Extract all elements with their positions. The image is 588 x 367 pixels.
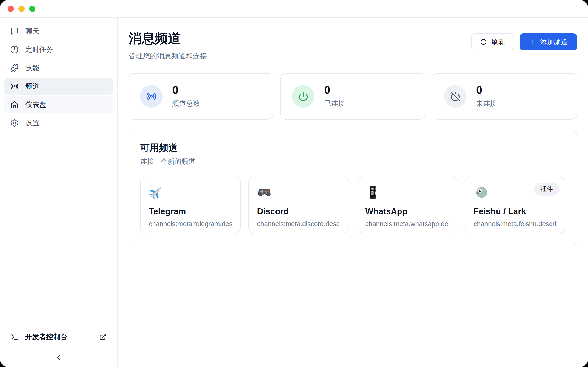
channel-name: WhatsApp bbox=[365, 207, 449, 216]
channel-name: Discord bbox=[257, 207, 340, 216]
sidebar-item-dashboard[interactable]: 仪表盘 bbox=[4, 96, 113, 113]
channel-card-feishu[interactable]: 插件 Feishu / Lark channels:meta.feis bbox=[465, 177, 565, 233]
channel-name: Feishu / Lark bbox=[474, 207, 557, 216]
available-channels-subtitle: 连接一个新的频道 bbox=[140, 157, 565, 166]
chevron-left-icon bbox=[55, 354, 62, 361]
window-titlebar bbox=[0, 0, 588, 18]
close-window-button[interactable] bbox=[8, 6, 14, 12]
channel-description: channels:meta.whatsapp.description bbox=[365, 220, 449, 228]
puzzle-icon bbox=[10, 64, 19, 72]
stat-value: 0 bbox=[172, 85, 200, 96]
sidebar-collapse-button[interactable] bbox=[4, 346, 113, 362]
airplane-icon bbox=[149, 185, 232, 200]
app-window: 聊天 定时任务 技能 频道 bbox=[0, 0, 588, 367]
sidebar: 聊天 定时任务 技能 频道 bbox=[0, 18, 118, 367]
stat-label: 未连接 bbox=[476, 99, 497, 108]
stat-label: 频道总数 bbox=[172, 99, 200, 108]
chat-bubble-icon bbox=[10, 27, 19, 35]
home-icon bbox=[10, 100, 19, 109]
sidebar-item-label: 技能 bbox=[26, 63, 39, 73]
sidebar-item-chat[interactable]: 聊天 bbox=[4, 23, 113, 40]
channel-description: channels:meta.telegram.description bbox=[149, 220, 232, 228]
channel-card-whatsapp[interactable]: WhatsApp channels:meta.whatsapp.descript… bbox=[357, 177, 457, 233]
stat-card-total-channels: 0 频道总数 bbox=[129, 73, 273, 119]
available-channels-title: 可用频道 bbox=[140, 142, 565, 154]
radio-icon bbox=[140, 85, 163, 108]
stat-card-connected: 0 已连接 bbox=[280, 73, 425, 119]
plugin-badge: 插件 bbox=[534, 183, 559, 196]
available-channels-card: 可用频道 连接一个新的频道 bbox=[129, 131, 577, 245]
page-title: 消息频道 bbox=[129, 30, 207, 48]
channel-card-telegram[interactable]: Telegram channels:meta.telegram.descript… bbox=[140, 177, 241, 233]
channel-name: Telegram bbox=[149, 207, 232, 216]
gear-icon bbox=[10, 119, 19, 127]
power-icon bbox=[292, 85, 314, 108]
add-channel-button-label: 添加频道 bbox=[540, 37, 568, 47]
sidebar-item-label: 频道 bbox=[26, 82, 39, 91]
sidebar-item-skills[interactable]: 技能 bbox=[4, 60, 113, 76]
stat-value: 0 bbox=[324, 85, 345, 96]
refresh-button-label: 刷新 bbox=[492, 37, 505, 47]
game-controller-icon bbox=[257, 185, 340, 200]
stat-value: 0 bbox=[476, 85, 497, 96]
stats-row: 0 频道总数 0 已连接 bbox=[129, 73, 577, 119]
mobile-phone-icon bbox=[365, 185, 449, 200]
sidebar-item-label: 定时任务 bbox=[26, 45, 53, 54]
channel-description: channels:meta.discord.description bbox=[257, 220, 340, 228]
sidebar-item-label: 仪表盘 bbox=[26, 100, 46, 109]
power-off-icon bbox=[444, 85, 467, 108]
zoom-window-button[interactable] bbox=[29, 6, 35, 12]
channel-description: channels:meta.feishu.description bbox=[474, 220, 557, 228]
refresh-icon bbox=[480, 39, 487, 45]
page-subtitle: 管理您的消息频道和连接 bbox=[129, 51, 207, 61]
external-link-icon[interactable] bbox=[99, 333, 107, 341]
terminal-icon bbox=[10, 333, 19, 341]
sidebar-item-label: 聊天 bbox=[26, 27, 39, 36]
radio-icon bbox=[10, 82, 19, 90]
developer-console-label: 开发者控制台 bbox=[25, 332, 68, 342]
channel-card-discord[interactable]: Discord channels:meta.discord.descriptio… bbox=[248, 177, 349, 233]
developer-console-link[interactable]: 开发者控制台 bbox=[4, 328, 113, 346]
stat-card-disconnected: 0 未连接 bbox=[432, 73, 577, 119]
sidebar-item-label: 设置 bbox=[26, 118, 39, 128]
sidebar-item-scheduled-tasks[interactable]: 定时任务 bbox=[4, 41, 113, 58]
plus-icon bbox=[529, 39, 536, 45]
main-content: 消息频道 管理您的消息频道和连接 刷新 bbox=[118, 18, 588, 367]
stat-label: 已连接 bbox=[324, 99, 345, 108]
sidebar-item-settings[interactable]: 设置 bbox=[4, 115, 113, 131]
minimize-window-button[interactable] bbox=[18, 6, 25, 12]
sidebar-item-channels[interactable]: 频道 bbox=[4, 78, 113, 94]
add-channel-button[interactable]: 添加频道 bbox=[519, 33, 577, 50]
clock-icon bbox=[10, 45, 19, 54]
channel-grid: Telegram channels:meta.telegram.descript… bbox=[140, 177, 565, 233]
refresh-button[interactable]: 刷新 bbox=[471, 33, 514, 50]
